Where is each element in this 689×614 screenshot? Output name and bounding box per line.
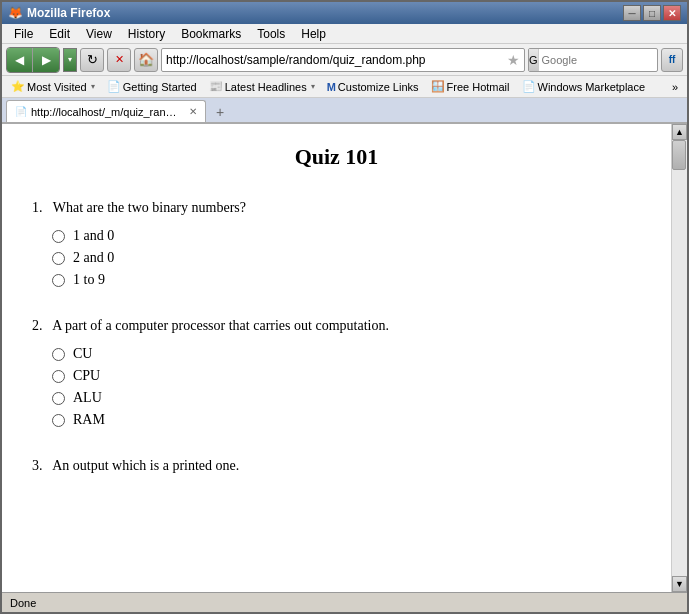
scroll-thumb[interactable] (672, 140, 686, 170)
nav-bar: ◀ ▶ ▾ ↻ ✕ 🏠 http://localhost/sample/rand… (2, 44, 687, 76)
windows-marketplace-icon: 📄 (522, 80, 536, 93)
bookmark-getting-started[interactable]: 📄 Getting Started (102, 78, 202, 95)
bookmark-most-visited[interactable]: ⭐ Most Visited ▾ (6, 78, 100, 95)
home-button[interactable]: 🏠 (134, 48, 158, 72)
menu-file[interactable]: File (6, 25, 41, 43)
search-input[interactable] (539, 54, 658, 66)
most-visited-icon: ⭐ (11, 80, 25, 93)
customize-links-icon: M (327, 81, 336, 93)
option-1-0: 1 and 0 (52, 228, 641, 244)
question-1: 1. What are the two binary numbers? 1 an… (32, 200, 641, 288)
menu-bar: File Edit View History Bookmarks Tools H… (2, 24, 687, 44)
bookmarks-more-button[interactable]: » (667, 79, 683, 95)
bookmark-star-icon[interactable]: ★ (507, 52, 520, 68)
scroll-down-button[interactable]: ▼ (672, 576, 687, 592)
address-bar[interactable]: http://localhost/sample/random/quiz_rand… (161, 48, 525, 72)
back-button[interactable]: ◀ (7, 48, 33, 72)
question-3: 3. An output which is a printed one. (32, 458, 641, 474)
latest-headlines-icon: 📰 (209, 80, 223, 93)
latest-headlines-chevron-icon: ▾ (311, 82, 315, 91)
getting-started-icon: 📄 (107, 80, 121, 93)
title-bar: 🦊 Mozilla Firefox ─ □ ✕ (2, 2, 687, 24)
tab-bar: 📄 http://localhost/_m/quiz_random.php ✕ … (2, 98, 687, 124)
active-tab[interactable]: 📄 http://localhost/_m/quiz_random.php ✕ (6, 100, 206, 122)
page-content: Quiz 101 1. What are the two binary numb… (2, 124, 671, 592)
bookmark-latest-headlines[interactable]: 📰 Latest Headlines ▾ (204, 78, 320, 95)
window-title: Mozilla Firefox (27, 6, 110, 20)
menu-help[interactable]: Help (293, 25, 334, 43)
radio-1-2[interactable] (52, 274, 65, 287)
forward-button[interactable]: ▶ (33, 48, 59, 72)
question-2-text: 2. A part of a computer processor that c… (32, 318, 641, 334)
scroll-track (672, 140, 687, 576)
question-1-text: 1. What are the two binary numbers? (32, 200, 641, 216)
search-engine-icon[interactable]: G (529, 49, 539, 71)
radio-2-1[interactable] (52, 370, 65, 383)
most-visited-chevron-icon: ▾ (91, 82, 95, 91)
menu-view[interactable]: View (78, 25, 120, 43)
free-hotmail-icon: 🪟 (431, 80, 445, 93)
menu-tools[interactable]: Tools (249, 25, 293, 43)
browser-window: 🦊 Mozilla Firefox ─ □ ✕ File Edit View H… (0, 0, 689, 614)
bookmarks-bar: ⭐ Most Visited ▾ 📄 Getting Started 📰 Lat… (2, 76, 687, 98)
option-1-2: 1 to 9 (52, 272, 641, 288)
menu-bookmarks[interactable]: Bookmarks (173, 25, 249, 43)
menu-edit[interactable]: Edit (41, 25, 78, 43)
back-forward-group: ◀ ▶ (6, 47, 60, 73)
scrollbar: ▲ ▼ (671, 124, 687, 592)
bookmark-windows-marketplace[interactable]: 📄 Windows Marketplace (517, 78, 651, 95)
quiz-title: Quiz 101 (32, 144, 641, 170)
option-2-2: ALU (52, 390, 641, 406)
question-2: 2. A part of a computer processor that c… (32, 318, 641, 428)
option-1-1: 2 and 0 (52, 250, 641, 266)
window-controls: ─ □ ✕ (623, 5, 681, 21)
new-tab-button[interactable]: + (210, 102, 230, 122)
option-2-0: CU (52, 346, 641, 362)
radio-2-0[interactable] (52, 348, 65, 361)
customize-links-label: Customize Links (338, 81, 419, 93)
tab-favicon-icon: 📄 (15, 106, 27, 118)
address-text: http://localhost/sample/random/quiz_rand… (166, 53, 503, 67)
stop-button[interactable]: ✕ (107, 48, 131, 72)
radio-2-2[interactable] (52, 392, 65, 405)
firefox-menu-button[interactable]: ff (661, 48, 683, 72)
getting-started-label: Getting Started (123, 81, 197, 93)
tab-close-button[interactable]: ✕ (189, 106, 197, 117)
radio-1-1[interactable] (52, 252, 65, 265)
tab-label: http://localhost/_m/quiz_random.php (31, 106, 181, 118)
option-2-1: CPU (52, 368, 641, 384)
latest-headlines-label: Latest Headlines (225, 81, 307, 93)
status-bar: Done (2, 592, 687, 612)
question-2-options: CU CPU ALU RAM (32, 346, 641, 428)
radio-1-0[interactable] (52, 230, 65, 243)
history-dropdown-button[interactable]: ▾ (63, 48, 77, 72)
windows-marketplace-label: Windows Marketplace (538, 81, 646, 93)
scroll-up-button[interactable]: ▲ (672, 124, 687, 140)
search-bar: G ▶ (528, 48, 658, 72)
reload-button[interactable]: ↻ (80, 48, 104, 72)
menu-history[interactable]: History (120, 25, 173, 43)
most-visited-label: Most Visited (27, 81, 87, 93)
question-3-text: 3. An output which is a printed one. (32, 458, 641, 474)
content-area: Quiz 101 1. What are the two binary numb… (2, 124, 687, 592)
close-button[interactable]: ✕ (663, 5, 681, 21)
minimize-button[interactable]: ─ (623, 5, 641, 21)
bookmark-customize-links[interactable]: M Customize Links (322, 79, 424, 95)
bookmark-free-hotmail[interactable]: 🪟 Free Hotmail (426, 78, 515, 95)
maximize-button[interactable]: □ (643, 5, 661, 21)
question-1-options: 1 and 0 2 and 0 1 to 9 (32, 228, 641, 288)
firefox-logo-icon: 🦊 (8, 6, 23, 20)
free-hotmail-label: Free Hotmail (447, 81, 510, 93)
radio-2-3[interactable] (52, 414, 65, 427)
option-2-3: RAM (52, 412, 641, 428)
title-bar-left: 🦊 Mozilla Firefox (8, 6, 110, 20)
status-text: Done (10, 597, 36, 609)
